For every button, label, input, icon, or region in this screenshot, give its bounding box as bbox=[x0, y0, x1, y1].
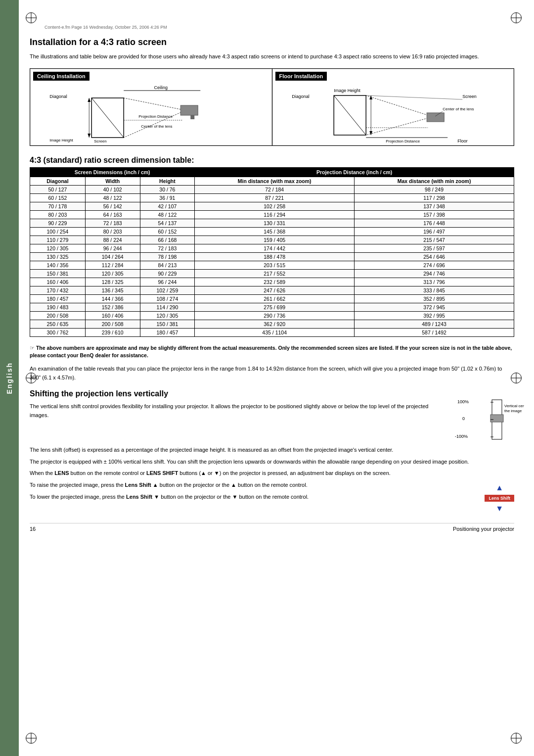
page-footer-text: Positioning your projector bbox=[453, 526, 514, 532]
table-cell: 30 / 76 bbox=[140, 185, 195, 193]
table-cell: 96 / 244 bbox=[85, 244, 140, 252]
diagrams-container: Ceiling Installation Diagonal bbox=[30, 68, 514, 146]
svg-rect-5 bbox=[180, 105, 198, 115]
table-cell: 176 / 448 bbox=[355, 219, 514, 227]
col-diagonal-header: Diagonal bbox=[30, 177, 86, 185]
table-cell: 66 / 168 bbox=[140, 236, 195, 244]
table-cell: 90 / 229 bbox=[30, 219, 86, 227]
table-row: 180 / 457144 / 366108 / 274261 / 662352 … bbox=[30, 294, 514, 303]
col-projection-header: Projection Distance (inch / cm) bbox=[195, 167, 514, 177]
table-cell: 108 / 274 bbox=[140, 294, 195, 303]
table-cell: 145 / 368 bbox=[195, 227, 355, 236]
shift-para3: The projector is equipped with ± 100% ve… bbox=[30, 458, 514, 467]
table-row: 170 / 432136 / 345102 / 259247 / 626333 … bbox=[30, 286, 514, 294]
table-cell: 144 / 366 bbox=[85, 294, 140, 303]
table-cell: 102 / 259 bbox=[140, 286, 195, 294]
table-cell: 72 / 184 bbox=[195, 185, 355, 193]
table-cell: 352 / 895 bbox=[355, 294, 514, 303]
lower-text-mid: button on the projector or the ▼ button … bbox=[159, 494, 309, 500]
table-row: 100 / 25480 / 20360 / 152145 / 368196 / … bbox=[30, 227, 514, 236]
table-cell: 70 / 178 bbox=[30, 202, 86, 210]
table-cell: 130 / 325 bbox=[30, 252, 86, 261]
page-number: 16 bbox=[30, 526, 36, 532]
table-cell: 170 / 432 bbox=[30, 286, 86, 294]
table-cell: 96 / 244 bbox=[140, 278, 195, 286]
raise-text-start: To raise the projected image, press the bbox=[30, 482, 125, 488]
table-cell: 64 / 163 bbox=[85, 210, 140, 219]
svg-line-21 bbox=[366, 95, 433, 117]
table-cell: 232 / 589 bbox=[195, 278, 355, 286]
table-row: 110 / 27988 / 22466 / 168159 / 405215 / … bbox=[30, 236, 514, 244]
table-cell: 196 / 497 bbox=[355, 227, 514, 236]
svg-marker-15 bbox=[88, 98, 90, 102]
table-cell: 489 / 1243 bbox=[355, 320, 514, 328]
table-cell: 150 / 381 bbox=[140, 320, 195, 328]
table-cell: 72 / 183 bbox=[85, 219, 140, 227]
reg-mark-top-right bbox=[511, 12, 522, 23]
table-cell: 200 / 508 bbox=[30, 311, 86, 320]
table-cell: 140 / 356 bbox=[30, 261, 86, 269]
table-cell: 60 / 152 bbox=[140, 227, 195, 236]
raise-text-mid: button on the projector or the ▲ button … bbox=[158, 482, 308, 488]
shift-para4-lens: LENS bbox=[54, 470, 69, 476]
ceiling-diagram-area: Diagonal Ceiling bbox=[33, 83, 269, 142]
col-min-dist-header: Min distance (with max zoom) bbox=[195, 177, 355, 185]
reg-mark-mid-left bbox=[26, 373, 37, 383]
lens-shift-diagram: 100% 0 -100% Vertical center of the imag… bbox=[455, 397, 514, 443]
table-cell: 274 / 696 bbox=[355, 261, 514, 269]
table-cell: 247 / 626 bbox=[195, 286, 355, 294]
table-cell: 150 / 381 bbox=[30, 269, 86, 278]
lens-shift-text: The vertical lens shift control provides… bbox=[30, 402, 447, 423]
svg-text:Image Height: Image Height bbox=[49, 138, 73, 142]
table-cell: 48 / 122 bbox=[140, 210, 195, 219]
table-cell: 40 / 102 bbox=[85, 185, 140, 193]
table-cell: 104 / 264 bbox=[85, 252, 140, 261]
note-box: ☞ The above numbers are approximate and … bbox=[30, 344, 514, 360]
shift-para4-shift: LENS SHIFT bbox=[146, 470, 178, 476]
svg-marker-34 bbox=[369, 131, 372, 135]
file-info: Content-e.fm Page 16 Wednesday, October … bbox=[44, 25, 514, 30]
lens-shift-badge: Lens Shift bbox=[485, 495, 514, 502]
table-cell: 159 / 405 bbox=[195, 236, 355, 244]
table-row: 80 / 20364 / 16348 / 122116 / 294157 / 3… bbox=[30, 210, 514, 219]
table-cell: 54 / 137 bbox=[140, 219, 195, 227]
col-width-header: Width bbox=[85, 177, 140, 185]
table-cell: 50 / 127 bbox=[30, 185, 86, 193]
ceiling-diagram-box: Ceiling Installation Diagonal bbox=[30, 69, 272, 145]
lower-para: To lower the projected image, press the … bbox=[30, 493, 477, 502]
col-screen-header: Screen Dimensions (inch / cm) bbox=[30, 167, 195, 177]
shift-para1: The vertical lens shift control provides… bbox=[30, 402, 447, 420]
table-cell: 112 / 284 bbox=[85, 261, 140, 269]
table-row: 160 / 406128 / 32596 / 244232 / 589313 /… bbox=[30, 278, 514, 286]
table-cell: 200 / 508 bbox=[85, 320, 140, 328]
up-arrow-icon: ▲ bbox=[495, 483, 503, 492]
table-cell: 128 / 325 bbox=[85, 278, 140, 286]
svg-text:the image: the image bbox=[504, 409, 522, 413]
reg-mark-bottom-left bbox=[26, 733, 37, 744]
table-cell: 160 / 406 bbox=[30, 278, 86, 286]
table-row: 250 / 635200 / 508150 / 381362 / 920489 … bbox=[30, 320, 514, 328]
table-cell: 254 / 646 bbox=[355, 252, 514, 261]
table-cell: 136 / 345 bbox=[85, 286, 140, 294]
table-row: 300 / 762239 / 610180 / 457435 / 1104587… bbox=[30, 328, 514, 336]
lens-shift-badge-area: ▲ Lens Shift ▼ bbox=[485, 483, 514, 513]
svg-text:Center of the lens: Center of the lens bbox=[141, 124, 172, 129]
table-cell: 48 / 122 bbox=[85, 193, 140, 202]
svg-text:100%: 100% bbox=[457, 399, 469, 404]
table-cell: 275 / 699 bbox=[195, 303, 355, 311]
svg-rect-6 bbox=[190, 115, 194, 119]
lens-shift-svg: 100% 0 -100% Vertical center of the imag… bbox=[455, 397, 524, 442]
table-row: 190 / 483152 / 386114 / 290275 / 699372 … bbox=[30, 303, 514, 311]
table-cell: 87 / 221 bbox=[195, 193, 355, 202]
col-height-header: Height bbox=[140, 177, 195, 185]
lower-text-start: To lower the projected image, press the bbox=[30, 494, 126, 500]
svg-text:Screen: Screen bbox=[462, 94, 477, 99]
svg-text:-100%: -100% bbox=[455, 434, 468, 439]
table-cell: 60 / 152 bbox=[30, 193, 86, 202]
svg-line-22 bbox=[366, 117, 433, 135]
floor-diagram-area: Diagonal Image Height Screen bbox=[275, 83, 511, 142]
table-cell: 137 / 348 bbox=[355, 202, 514, 210]
svg-text:Diagonal: Diagonal bbox=[49, 94, 67, 99]
down-arrow-icon: ▼ bbox=[495, 504, 503, 513]
ceiling-svg: Diagonal Ceiling bbox=[33, 83, 269, 147]
